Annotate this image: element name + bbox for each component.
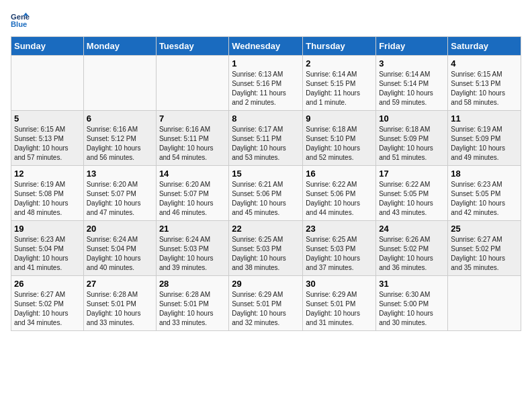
day-number: 15 xyxy=(232,169,300,179)
calendar-week-1: 1Sunrise: 6:13 AM Sunset: 5:16 PM Daylig… xyxy=(11,56,521,111)
calendar-cell: 20Sunrise: 6:24 AM Sunset: 5:04 PM Dayli… xyxy=(83,221,156,276)
calendar-cell xyxy=(11,56,84,111)
day-info: Sunrise: 6:14 AM Sunset: 5:14 PM Dayligh… xyxy=(379,70,445,107)
calendar-cell: 15Sunrise: 6:21 AM Sunset: 5:06 PM Dayli… xyxy=(229,166,303,221)
day-number: 11 xyxy=(451,113,518,124)
day-number: 22 xyxy=(232,224,300,234)
day-number: 6 xyxy=(87,113,153,124)
day-info: Sunrise: 6:29 AM Sunset: 5:01 PM Dayligh… xyxy=(232,290,300,328)
day-info: Sunrise: 6:16 AM Sunset: 5:12 PM Dayligh… xyxy=(87,125,153,163)
day-info: Sunrise: 6:19 AM Sunset: 5:08 PM Dayligh… xyxy=(14,180,81,218)
calendar-cell: 17Sunrise: 6:22 AM Sunset: 5:05 PM Dayli… xyxy=(376,166,448,221)
day-info: Sunrise: 6:17 AM Sunset: 5:11 PM Dayligh… xyxy=(232,125,300,163)
day-number: 10 xyxy=(379,113,445,124)
day-info: Sunrise: 6:20 AM Sunset: 5:07 PM Dayligh… xyxy=(159,180,226,218)
day-number: 26 xyxy=(14,279,81,289)
day-info: Sunrise: 6:24 AM Sunset: 5:03 PM Dayligh… xyxy=(159,235,226,273)
day-info: Sunrise: 6:16 AM Sunset: 5:11 PM Dayligh… xyxy=(159,125,226,163)
day-number: 18 xyxy=(451,169,518,179)
day-info: Sunrise: 6:21 AM Sunset: 5:06 PM Dayligh… xyxy=(232,180,300,218)
day-info: Sunrise: 6:27 AM Sunset: 5:02 PM Dayligh… xyxy=(14,290,81,328)
calendar-cell xyxy=(156,56,228,111)
calendar-cell: 2Sunrise: 6:14 AM Sunset: 5:15 PM Daylig… xyxy=(303,56,376,111)
calendar-cell: 22Sunrise: 6:25 AM Sunset: 5:03 PM Dayli… xyxy=(229,221,303,276)
calendar-cell: 23Sunrise: 6:25 AM Sunset: 5:03 PM Dayli… xyxy=(303,221,376,276)
day-info: Sunrise: 6:18 AM Sunset: 5:09 PM Dayligh… xyxy=(379,125,445,163)
logo-icon: General Blue xyxy=(11,11,30,30)
calendar-cell: 10Sunrise: 6:18 AM Sunset: 5:09 PM Dayli… xyxy=(376,111,448,166)
day-info: Sunrise: 6:14 AM Sunset: 5:15 PM Dayligh… xyxy=(306,70,373,107)
day-number: 23 xyxy=(306,224,373,234)
day-number: 21 xyxy=(159,224,226,234)
day-number: 17 xyxy=(379,169,445,179)
day-info: Sunrise: 6:28 AM Sunset: 5:01 PM Dayligh… xyxy=(159,290,226,328)
day-info: Sunrise: 6:13 AM Sunset: 5:16 PM Dayligh… xyxy=(232,70,300,107)
day-info: Sunrise: 6:20 AM Sunset: 5:07 PM Dayligh… xyxy=(87,180,153,218)
calendar-cell: 5Sunrise: 6:15 AM Sunset: 5:13 PM Daylig… xyxy=(11,111,84,166)
weekday-header-monday: Monday xyxy=(83,37,156,56)
day-number: 24 xyxy=(379,224,445,234)
day-number: 2 xyxy=(306,58,373,68)
weekday-header-wednesday: Wednesday xyxy=(229,37,303,56)
day-info: Sunrise: 6:25 AM Sunset: 5:03 PM Dayligh… xyxy=(232,235,300,273)
day-number: 7 xyxy=(159,113,226,124)
calendar-cell: 29Sunrise: 6:29 AM Sunset: 5:01 PM Dayli… xyxy=(229,276,303,331)
calendar-cell: 31Sunrise: 6:30 AM Sunset: 5:00 PM Dayli… xyxy=(376,276,448,331)
day-info: Sunrise: 6:22 AM Sunset: 5:06 PM Dayligh… xyxy=(306,180,373,218)
day-number: 13 xyxy=(87,169,153,179)
calendar-cell: 24Sunrise: 6:26 AM Sunset: 5:02 PM Dayli… xyxy=(376,221,448,276)
calendar-cell: 11Sunrise: 6:19 AM Sunset: 5:09 PM Dayli… xyxy=(448,111,521,166)
day-number: 1 xyxy=(232,58,300,68)
calendar-cell: 26Sunrise: 6:27 AM Sunset: 5:02 PM Dayli… xyxy=(11,276,84,331)
day-info: Sunrise: 6:30 AM Sunset: 5:00 PM Dayligh… xyxy=(379,290,445,328)
weekday-header-row: SundayMondayTuesdayWednesdayThursdayFrid… xyxy=(11,37,521,56)
calendar-cell: 9Sunrise: 6:18 AM Sunset: 5:10 PM Daylig… xyxy=(303,111,376,166)
calendar-cell: 27Sunrise: 6:28 AM Sunset: 5:01 PM Dayli… xyxy=(83,276,156,331)
weekday-header-thursday: Thursday xyxy=(303,37,376,56)
calendar-cell: 8Sunrise: 6:17 AM Sunset: 5:11 PM Daylig… xyxy=(229,111,303,166)
calendar-cell: 6Sunrise: 6:16 AM Sunset: 5:12 PM Daylig… xyxy=(83,111,156,166)
day-number: 30 xyxy=(306,279,373,289)
svg-text:Blue: Blue xyxy=(11,20,27,28)
calendar-week-4: 19Sunrise: 6:23 AM Sunset: 5:04 PM Dayli… xyxy=(11,221,521,276)
page-header: General Blue xyxy=(11,11,521,30)
day-number: 29 xyxy=(232,279,300,289)
day-info: Sunrise: 6:18 AM Sunset: 5:10 PM Dayligh… xyxy=(306,125,373,163)
calendar-cell: 19Sunrise: 6:23 AM Sunset: 5:04 PM Dayli… xyxy=(11,221,84,276)
calendar-cell: 14Sunrise: 6:20 AM Sunset: 5:07 PM Dayli… xyxy=(156,166,228,221)
day-number: 31 xyxy=(379,279,445,289)
calendar-cell: 12Sunrise: 6:19 AM Sunset: 5:08 PM Dayli… xyxy=(11,166,84,221)
calendar-cell: 4Sunrise: 6:15 AM Sunset: 5:13 PM Daylig… xyxy=(448,56,521,111)
day-info: Sunrise: 6:23 AM Sunset: 5:04 PM Dayligh… xyxy=(14,235,81,273)
calendar-cell: 25Sunrise: 6:27 AM Sunset: 5:02 PM Dayli… xyxy=(448,221,521,276)
calendar-cell: 13Sunrise: 6:20 AM Sunset: 5:07 PM Dayli… xyxy=(83,166,156,221)
day-info: Sunrise: 6:28 AM Sunset: 5:01 PM Dayligh… xyxy=(87,290,153,328)
logo: General Blue xyxy=(11,11,32,30)
day-number: 16 xyxy=(306,169,373,179)
weekday-header-sunday: Sunday xyxy=(11,37,84,56)
day-info: Sunrise: 6:23 AM Sunset: 5:05 PM Dayligh… xyxy=(451,180,518,218)
day-number: 12 xyxy=(14,169,81,179)
day-info: Sunrise: 6:26 AM Sunset: 5:02 PM Dayligh… xyxy=(379,235,445,273)
calendar-cell: 18Sunrise: 6:23 AM Sunset: 5:05 PM Dayli… xyxy=(448,166,521,221)
calendar-week-3: 12Sunrise: 6:19 AM Sunset: 5:08 PM Dayli… xyxy=(11,166,521,221)
day-info: Sunrise: 6:25 AM Sunset: 5:03 PM Dayligh… xyxy=(306,235,373,273)
calendar-cell xyxy=(83,56,156,111)
day-number: 3 xyxy=(379,58,445,68)
calendar-week-5: 26Sunrise: 6:27 AM Sunset: 5:02 PM Dayli… xyxy=(11,276,521,331)
calendar-week-2: 5Sunrise: 6:15 AM Sunset: 5:13 PM Daylig… xyxy=(11,111,521,166)
calendar-cell: 30Sunrise: 6:29 AM Sunset: 5:01 PM Dayli… xyxy=(303,276,376,331)
day-number: 28 xyxy=(159,279,226,289)
day-number: 20 xyxy=(87,224,153,234)
day-number: 14 xyxy=(159,169,226,179)
day-info: Sunrise: 6:27 AM Sunset: 5:02 PM Dayligh… xyxy=(451,235,518,273)
day-info: Sunrise: 6:15 AM Sunset: 5:13 PM Dayligh… xyxy=(14,125,81,163)
day-info: Sunrise: 6:22 AM Sunset: 5:05 PM Dayligh… xyxy=(379,180,445,218)
calendar-cell xyxy=(448,276,521,331)
weekday-header-tuesday: Tuesday xyxy=(156,37,228,56)
calendar-cell: 7Sunrise: 6:16 AM Sunset: 5:11 PM Daylig… xyxy=(156,111,228,166)
day-number: 19 xyxy=(14,224,81,234)
calendar-cell: 21Sunrise: 6:24 AM Sunset: 5:03 PM Dayli… xyxy=(156,221,228,276)
day-info: Sunrise: 6:29 AM Sunset: 5:01 PM Dayligh… xyxy=(306,290,373,328)
weekday-header-saturday: Saturday xyxy=(448,37,521,56)
